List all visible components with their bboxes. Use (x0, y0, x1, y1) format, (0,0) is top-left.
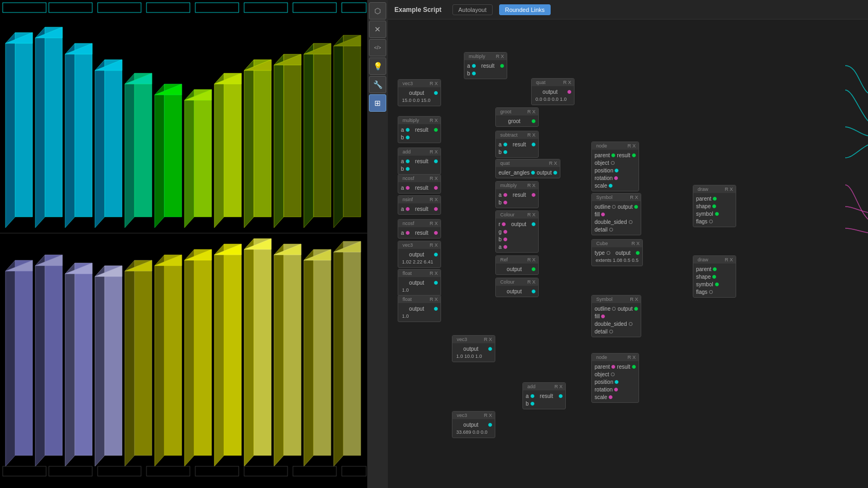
port-in[interactable] (503, 230, 507, 234)
port-out[interactable] (434, 128, 438, 132)
node-ref1[interactable]: Ref R X output (495, 255, 539, 275)
port-in[interactable] (531, 394, 534, 398)
port-in[interactable] (615, 380, 618, 384)
port-out[interactable] (632, 365, 636, 369)
port-in[interactable] (406, 207, 410, 211)
node-quat1[interactable]: quat R X output 0.0 0.0 0.0 1.0 (531, 78, 575, 105)
node-draw1[interactable]: draw R X parent shape symbol flags (693, 185, 736, 227)
port-out[interactable] (559, 394, 563, 398)
port-out[interactable] (567, 90, 571, 94)
port-in[interactable] (614, 388, 618, 391)
node-multiply1[interactable]: multiply R X aresult b (464, 52, 507, 79)
port-in[interactable] (406, 159, 410, 163)
port-in[interactable] (406, 186, 410, 190)
node-add1[interactable]: add R X aresult b (398, 147, 441, 175)
node-symbol2[interactable]: Symbol R X outlineoutput fill double_sid… (591, 295, 641, 337)
node-subtract1[interactable]: subtract R X aresult b (495, 131, 539, 158)
port-in[interactable] (629, 322, 633, 326)
port-in[interactable] (601, 314, 605, 318)
node-ncosf2[interactable]: ncosf R X aresult (398, 219, 441, 239)
port-in[interactable] (406, 231, 410, 235)
port-in[interactable] (609, 184, 612, 188)
tab-rounded-links[interactable]: Rounded Links (499, 4, 551, 15)
port-out[interactable] (434, 207, 438, 211)
port-out[interactable] (434, 159, 438, 163)
node-groot1[interactable]: groot R X groot (495, 107, 539, 127)
port-in[interactable] (612, 205, 616, 209)
node-vec3-2[interactable]: vec3 R X output 1.02 2.22 6.41 (398, 241, 441, 268)
port-out[interactable] (636, 251, 640, 255)
port-out[interactable] (632, 153, 636, 157)
node-node1[interactable]: node R X parentresult object position ro… (591, 142, 639, 191)
port-out[interactable] (532, 119, 535, 123)
port-in[interactable] (713, 267, 717, 271)
port-in[interactable] (503, 150, 507, 154)
tool-bulb[interactable]: 💡 (369, 57, 386, 75)
port-in[interactable] (607, 251, 610, 255)
port-out[interactable] (553, 171, 557, 175)
port-in[interactable] (715, 282, 719, 286)
port-out[interactable] (532, 267, 535, 271)
port-out[interactable] (634, 205, 638, 209)
tool-close[interactable]: ✕ (369, 21, 386, 38)
tab-autolayout[interactable]: Autolayout (452, 4, 493, 15)
port-in[interactable] (503, 237, 507, 241)
port-in[interactable] (503, 201, 507, 204)
node-colour2[interactable]: Colour R X output (495, 278, 539, 297)
port-in[interactable] (629, 220, 633, 224)
port-out[interactable] (434, 91, 438, 95)
port-in[interactable] (614, 176, 618, 180)
port-in[interactable] (472, 72, 476, 75)
tool-nodes[interactable]: ⊞ (369, 94, 386, 112)
tool-cube[interactable]: ⬡ (369, 2, 386, 20)
port-in[interactable] (615, 169, 618, 172)
port-in[interactable] (612, 307, 616, 311)
port-in[interactable] (406, 167, 410, 171)
port-out[interactable] (434, 307, 438, 311)
port-in[interactable] (712, 204, 716, 208)
node-nsinf1[interactable]: nsinf R X aresult (398, 195, 441, 215)
port-in[interactable] (611, 365, 615, 369)
port-out[interactable] (634, 307, 638, 311)
port-out[interactable] (500, 64, 504, 68)
port-in[interactable] (609, 228, 613, 232)
port-in[interactable] (709, 290, 713, 294)
tool-wrench[interactable]: 🔧 (369, 76, 386, 93)
node-draw2[interactable]: draw R X parent shape symbol flags (693, 255, 736, 298)
port-out[interactable] (532, 193, 535, 197)
node-vec3-4[interactable]: vec3 R X output 33.689 0.0 0.0 (452, 411, 495, 438)
port-in[interactable] (709, 220, 713, 223)
port-in[interactable] (611, 373, 615, 376)
port-in[interactable] (502, 222, 506, 226)
port-out[interactable] (434, 253, 438, 256)
node-vec3-3[interactable]: vec3 R X output 1.0 10.0 1.0 (452, 335, 495, 362)
port-out[interactable] (488, 347, 492, 351)
node-vec3-1[interactable]: vec3 R X output 15.0 0.0 15.0 (398, 79, 441, 106)
tool-code[interactable]: </> (369, 39, 386, 56)
port-out[interactable] (434, 281, 438, 285)
port-in[interactable] (472, 64, 476, 68)
port-in[interactable] (712, 275, 716, 279)
viewport[interactable]: ⬡ ✕ </> 💡 🔧 ⊞ (0, 0, 388, 488)
port-out[interactable] (532, 143, 535, 146)
port-in[interactable] (406, 128, 410, 132)
port-in[interactable] (503, 245, 507, 249)
port-in[interactable] (713, 197, 717, 201)
node-ncosf1[interactable]: ncosf R X aresult (398, 174, 441, 194)
node-quat2[interactable]: quat R X euler_anglesoutput (495, 159, 560, 178)
port-out[interactable] (532, 222, 535, 226)
node-float1[interactable]: float R X output 1.0 (398, 269, 441, 296)
port-out[interactable] (532, 290, 535, 293)
port-out[interactable] (434, 186, 438, 190)
port-in[interactable] (601, 213, 605, 216)
node-float2[interactable]: float R X output 1.0 (398, 295, 441, 322)
port-in[interactable] (531, 402, 534, 406)
port-out[interactable] (434, 231, 438, 235)
node-multiply2[interactable]: multiply R X aresult b (398, 116, 441, 143)
port-in[interactable] (609, 330, 613, 333)
node-symbol1[interactable]: Symbol R X outlineoutput fill double_sid… (591, 193, 641, 235)
port-in[interactable] (611, 153, 615, 157)
node-canvas[interactable]: multiply R X aresult b vec3 R X output 1… (388, 20, 868, 488)
node-node2[interactable]: node R X parentresult object position ro… (591, 353, 639, 403)
node-cube1[interactable]: Cube R X typeoutput extents 1.08 0.5 0.5 (591, 239, 643, 266)
